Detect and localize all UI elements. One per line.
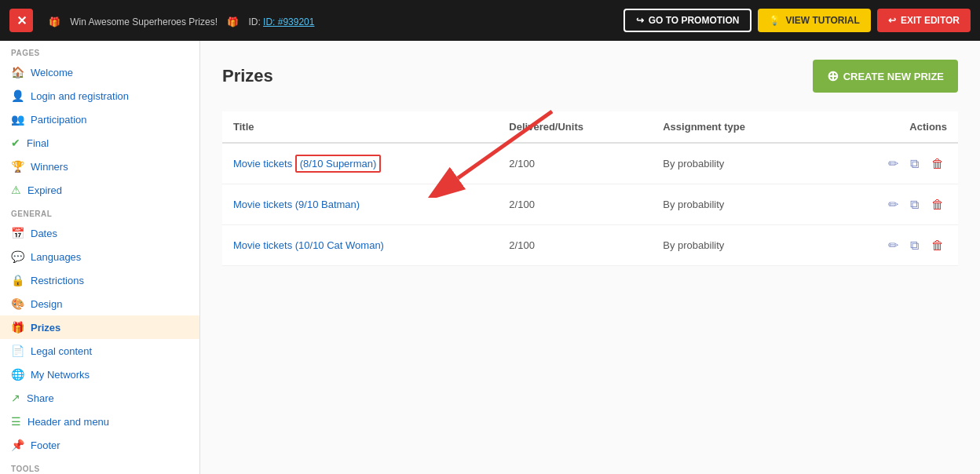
edit-button[interactable]: ✏ xyxy=(885,236,901,254)
topbar-buttons: ↪ GO TO PROMOTION 💡 VIEW TUTORIAL ↩ EXIT… xyxy=(623,9,971,32)
network-icon: 🌐 xyxy=(11,368,24,381)
main-header: Prizes ⊕ CREATE NEW PRIZE xyxy=(222,60,958,93)
prize-title-link[interactable]: Movie tickets (9/10 Batman) xyxy=(233,199,360,210)
col-delivered: Delivered/Units xyxy=(498,111,652,143)
share-icon: ↗ xyxy=(11,392,20,404)
sidebar-item-dates[interactable]: 📅 Dates xyxy=(0,221,199,245)
copy-button[interactable]: ⧉ xyxy=(907,196,922,213)
sidebar-item-prizes[interactable]: 🎁 Prizes xyxy=(0,315,199,339)
table-header-row: Title Delivered/Units Assignment type Ac… xyxy=(222,111,958,143)
delete-button[interactable]: 🗑 xyxy=(928,155,947,173)
page-title: Prizes xyxy=(222,66,273,86)
copy-button[interactable]: ⧉ xyxy=(907,237,922,254)
check-icon: ✔ xyxy=(11,137,20,149)
view-tutorial-button[interactable]: 💡 VIEW TUTORIAL xyxy=(758,9,870,32)
sidebar-item-expired[interactable]: ⚠ Expired xyxy=(0,178,199,202)
topbar-id: ID: ID: #939201 xyxy=(248,16,314,27)
sidebar-item-winners[interactable]: 🏆 Winners xyxy=(0,155,199,178)
plus-circle-icon: ⊕ xyxy=(827,67,839,85)
sidebar-item-mynetworks[interactable]: 🌐 My Networks xyxy=(0,363,199,386)
sidebar-item-label: Share xyxy=(27,392,54,404)
topbar: ✕ 🎁 Win Awesome Superheroes Prizes! 🎁 ID… xyxy=(0,0,980,41)
goto-promotion-button[interactable]: ↪ GO TO PROMOTION xyxy=(623,9,752,32)
trophy-icon: 🏆 xyxy=(11,160,24,173)
general-section-label: GENERAL xyxy=(0,202,199,221)
create-new-prize-button[interactable]: ⊕ CREATE NEW PRIZE xyxy=(813,60,958,93)
user-icon: 👤 xyxy=(11,89,24,102)
sidebar-item-label: Header and menu xyxy=(27,416,109,428)
prizes-table: Title Delivered/Units Assignment type Ac… xyxy=(222,111,958,266)
sidebar-item-label: Design xyxy=(31,298,62,310)
pages-section-label: PAGES xyxy=(0,41,199,60)
delete-button[interactable]: 🗑 xyxy=(928,196,947,213)
prize-assignment: By probability xyxy=(652,143,818,184)
layout: PAGES 🏠 Welcome 👤 Login and registration… xyxy=(0,41,980,474)
topbar-title: 🎁 Win Awesome Superheroes Prizes! 🎁 ID: … xyxy=(42,14,614,27)
prize-actions: ✏ ⧉ 🗑 xyxy=(818,143,958,184)
sidebar-item-share[interactable]: ↗ Share xyxy=(0,386,199,410)
design-icon: 🎨 xyxy=(11,297,24,310)
prize-delivered: 2/100 xyxy=(498,225,652,266)
sidebar-item-final[interactable]: ✔ Final xyxy=(0,131,199,155)
col-title: Title xyxy=(222,111,498,143)
edit-button[interactable]: ✏ xyxy=(885,195,901,213)
exit-icon: ↩ xyxy=(888,15,896,26)
calendar-icon: 📅 xyxy=(11,227,24,239)
table-row: Movie tickets (9/10 Batman) 2/100 By pro… xyxy=(222,184,958,225)
copy-button[interactable]: ⧉ xyxy=(907,155,922,173)
prize-actions: ✏ ⧉ 🗑 xyxy=(818,225,958,266)
sidebar-item-label: Final xyxy=(27,137,49,149)
sidebar-item-footer[interactable]: 📌 Footer xyxy=(0,433,199,457)
sidebar-item-label: Login and registration xyxy=(31,90,129,102)
sidebar-item-label: Restrictions xyxy=(31,275,84,286)
menu-icon: ☰ xyxy=(11,415,21,428)
sidebar: PAGES 🏠 Welcome 👤 Login and registration… xyxy=(0,41,200,474)
sidebar-item-label: Expired xyxy=(27,184,62,196)
users-icon: 👥 xyxy=(11,113,24,126)
lock-icon: 🔒 xyxy=(11,274,24,286)
sidebar-item-restrictions[interactable]: 🔒 Restrictions xyxy=(0,268,199,292)
prize-title-link[interactable]: Movie tickets (10/10 Cat Woman) xyxy=(233,239,384,251)
home-icon: 🏠 xyxy=(11,66,24,78)
sidebar-item-label: Footer xyxy=(31,439,60,451)
exit-editor-button[interactable]: ↩ EXIT EDITOR xyxy=(877,9,971,32)
edit-button[interactable]: ✏ xyxy=(885,155,901,173)
sidebar-item-label: My Networks xyxy=(31,369,90,381)
prize-highlighted-label: (8/10 Superman) xyxy=(295,155,382,173)
topbar-id-link[interactable]: ID: #939201 xyxy=(263,16,314,27)
prize-delivered: 2/100 xyxy=(498,184,652,225)
arrow-right-icon: ↪ xyxy=(636,15,644,26)
sidebar-item-label: Prizes xyxy=(31,322,60,334)
document-icon: 📄 xyxy=(11,345,24,357)
prize-title-cell: Movie tickets (9/10 Batman) xyxy=(222,184,498,225)
prize-assignment: By probability xyxy=(652,184,818,225)
delete-button[interactable]: 🗑 xyxy=(928,237,947,254)
sidebar-item-welcome[interactable]: 🏠 Welcome xyxy=(0,60,199,84)
sidebar-item-label: Winners xyxy=(31,161,68,173)
gift-icon: 🎁 xyxy=(11,321,24,334)
prize-actions: ✏ ⧉ 🗑 xyxy=(818,184,958,225)
sidebar-item-design[interactable]: 🎨 Design xyxy=(0,292,199,315)
sidebar-item-languages[interactable]: 💬 Languages xyxy=(0,245,199,268)
prize-title-link[interactable]: Movie tickets (8/10 Superman) xyxy=(233,155,381,173)
sidebar-item-legal[interactable]: 📄 Legal content xyxy=(0,339,199,363)
prize-title-cell: Movie tickets (10/10 Cat Woman) xyxy=(222,225,498,266)
sidebar-item-label: Welcome xyxy=(31,67,73,78)
prize-title-cell: Movie tickets (8/10 Superman) xyxy=(222,143,498,184)
sidebar-item-login[interactable]: 👤 Login and registration xyxy=(0,84,199,108)
col-actions: Actions xyxy=(818,111,958,143)
sidebar-item-label: Dates xyxy=(31,228,57,239)
sidebar-item-label: Participation xyxy=(31,114,87,126)
main-content: Prizes ⊕ CREATE NEW PRIZE Title xyxy=(200,41,980,474)
close-button[interactable]: ✕ xyxy=(9,9,33,32)
prize-delivered: 2/100 xyxy=(498,143,652,184)
sidebar-item-label: Legal content xyxy=(31,345,92,357)
prizes-table-container: Title Delivered/Units Assignment type Ac… xyxy=(222,111,958,266)
col-assignment: Assignment type xyxy=(652,111,818,143)
table-row: Movie tickets (10/10 Cat Woman) 2/100 By… xyxy=(222,225,958,266)
footer-icon: 📌 xyxy=(11,439,24,451)
sidebar-item-header-menu[interactable]: ☰ Header and menu xyxy=(0,410,199,433)
sidebar-item-participation[interactable]: 👥 Participation xyxy=(0,108,199,131)
warning-icon: ⚠ xyxy=(11,184,21,196)
prize-assignment: By probability xyxy=(652,225,818,266)
